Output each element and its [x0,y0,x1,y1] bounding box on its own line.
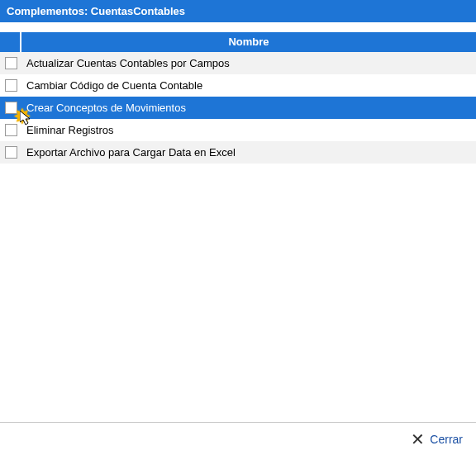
row-checkbox-cell[interactable] [0,146,21,159]
row-checkbox[interactable] [5,102,17,114]
row-checkbox[interactable] [5,57,17,69]
row-label: Eliminar Registros [21,119,476,141]
row-checkbox[interactable] [5,79,17,92]
list-item[interactable]: Exportar Archivo para Cargar Data en Exc… [0,141,476,164]
row-checkbox[interactable] [5,146,17,159]
table-header: Nombre [0,32,476,52]
row-label: Exportar Archivo para Cargar Data en Exc… [21,141,476,164]
window-title: Complementos: CuentasContables [0,0,476,22]
close-button[interactable]: ✕ Cerrar [411,431,463,448]
list-item[interactable]: Cambiar Código de Cuenta Contable [0,74,476,97]
row-checkbox-cell[interactable] [0,79,21,92]
close-icon: ✕ [411,431,425,448]
footer-bar: ✕ Cerrar [0,422,476,455]
list-item[interactable]: Actualizar Cuentas Contables por Campos [0,52,476,74]
close-label: Cerrar [430,433,463,446]
row-label: Crear Conceptos de Movimientos [21,97,476,119]
table-header-name: Nombre [21,32,476,52]
row-label: Cambiar Código de Cuenta Contable [21,74,476,97]
list-item[interactable]: Eliminar Registros [0,119,476,141]
row-checkbox[interactable] [5,124,17,136]
row-checkbox-cell[interactable] [0,57,21,69]
table-header-checkbox-col [0,32,21,52]
row-checkbox-cell[interactable] [0,102,21,114]
row-label: Actualizar Cuentas Contables por Campos [21,52,476,74]
list-item[interactable]: Crear Conceptos de Movimientos [0,97,476,119]
row-checkbox-cell[interactable] [0,124,21,136]
items-list: Actualizar Cuentas Contables por CamposC… [0,52,476,164]
